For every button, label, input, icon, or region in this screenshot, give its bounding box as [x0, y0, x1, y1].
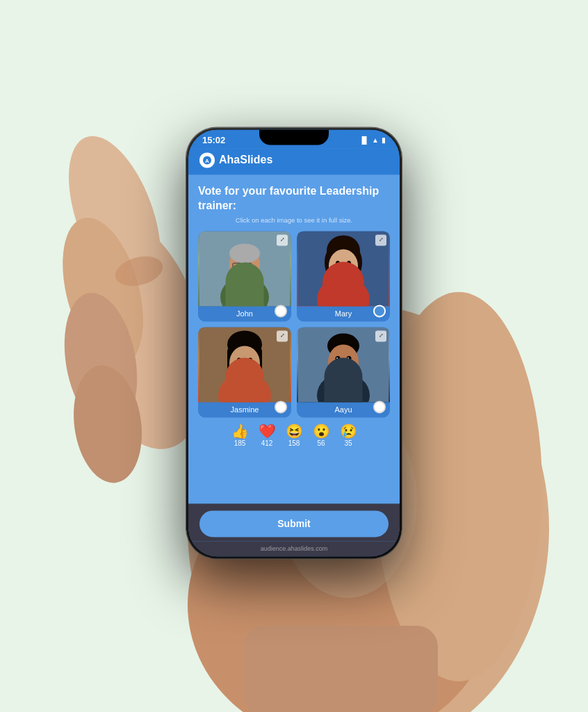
app-header: A AhaSlides: [188, 148, 400, 175]
love-count: 412: [261, 439, 273, 447]
svg-point-41: [248, 357, 252, 362]
svg-point-44: [250, 364, 259, 370]
reaction-laugh[interactable]: 😆 158: [286, 424, 303, 447]
svg-point-21: [246, 264, 249, 267]
svg-point-30: [347, 260, 351, 265]
status-time: 15:02: [202, 135, 225, 145]
svg-point-5: [67, 361, 149, 487]
phone-screen-area: 15:02 ▐▌ ▲ ▮ A: [188, 129, 400, 556]
svg-point-40: [237, 357, 241, 362]
svg-point-49: [329, 363, 357, 385]
reactions-row: 👍 185 ❤️ 412 😆 158: [198, 424, 390, 447]
battery-icon: ▮: [382, 136, 386, 144]
svg-point-35: [218, 373, 271, 402]
svg-point-16: [229, 243, 260, 263]
svg-point-48: [328, 344, 359, 379]
poll-content: Vote for your favourite Leadership train…: [188, 175, 400, 503]
sad-emoji: 😢: [340, 424, 357, 438]
svg-point-50: [335, 365, 352, 372]
svg-rect-18: [243, 263, 252, 268]
app-screen: 15:02 ▐▌ ▲ ▮ A: [188, 129, 400, 556]
radio-john[interactable]: [275, 305, 287, 317]
phone-device: 15:02 ▐▌ ▲ ▮ A: [186, 127, 402, 558]
laugh-count: 158: [288, 439, 300, 447]
reaction-like[interactable]: 👍 185: [231, 424, 249, 447]
svg-point-20: [236, 264, 238, 267]
svg-point-46: [317, 373, 370, 402]
svg-text:A: A: [205, 158, 209, 164]
svg-point-3: [48, 209, 157, 375]
wow-count: 56: [317, 439, 325, 447]
expand-icon-jasmine[interactable]: ⤢: [277, 330, 288, 341]
candidates-grid: ⤢ John: [198, 231, 390, 417]
wifi-icon: ▲: [372, 136, 379, 144]
reaction-sad[interactable]: 😢 35: [340, 424, 357, 447]
svg-point-2: [50, 124, 179, 307]
svg-point-24: [317, 277, 370, 306]
svg-point-52: [347, 355, 352, 360]
candidate-mary[interactable]: ⤢ Mary: [297, 231, 390, 321]
wow-emoji: 😮: [313, 424, 330, 438]
like-count: 185: [234, 439, 246, 447]
svg-point-54: [348, 357, 349, 358]
radio-jasmine[interactable]: [275, 400, 287, 413]
svg-point-29: [336, 260, 340, 265]
svg-rect-8: [243, 626, 438, 712]
expand-icon-john[interactable]: ⤢: [277, 234, 288, 245]
footer-url: audience.ahaslides.com: [188, 541, 400, 556]
submit-area: Submit: [188, 503, 400, 541]
reaction-wow[interactable]: 😮 56: [313, 424, 330, 447]
candidate-john[interactable]: ⤢ John: [198, 231, 291, 321]
svg-point-42: [243, 363, 246, 366]
scene: 15:02 ▐▌ ▲ ▮ A: [0, 0, 588, 712]
radio-mary[interactable]: [373, 305, 386, 317]
svg-point-33: [348, 268, 357, 273]
candidate-aayu[interactable]: ⤢ Aayu: [297, 327, 390, 417]
phone-notch: [259, 129, 329, 145]
reaction-love[interactable]: ❤️ 412: [259, 424, 276, 447]
love-emoji: ❤️: [259, 424, 276, 438]
expand-icon-mary[interactable]: ⤢: [375, 234, 386, 245]
svg-point-43: [231, 364, 239, 370]
status-icons: ▐▌ ▲ ▮: [359, 136, 386, 144]
app-logo: A: [199, 152, 215, 168]
candidate-jasmine[interactable]: ⤢ Jasmine: [198, 327, 291, 417]
svg-point-10: [112, 252, 166, 291]
expand-icon-aayu[interactable]: ⤢: [375, 330, 386, 341]
svg-point-32: [330, 268, 338, 273]
svg-point-31: [342, 266, 345, 270]
svg-point-22: [243, 268, 246, 273]
svg-point-14: [220, 276, 269, 306]
submit-button[interactable]: Submit: [199, 510, 389, 537]
svg-point-4: [54, 287, 147, 436]
svg-point-51: [336, 355, 341, 360]
sad-count: 35: [344, 439, 352, 447]
radio-aayu[interactable]: [373, 400, 386, 413]
signal-icon: ▐▌: [359, 136, 369, 144]
svg-point-55: [341, 361, 345, 366]
svg-point-28: [329, 249, 358, 282]
phone-frame: 15:02 ▐▌ ▲ ▮ A: [186, 127, 402, 558]
app-name: AhaSlides: [219, 154, 272, 166]
like-emoji: 👍: [231, 424, 249, 438]
poll-subtitle: Click on each image to see it in full si…: [198, 216, 390, 224]
poll-title: Vote for your favourite Leadership train…: [198, 184, 390, 213]
svg-point-39: [229, 346, 260, 380]
laugh-emoji: 😆: [286, 424, 303, 438]
svg-point-53: [336, 357, 338, 358]
